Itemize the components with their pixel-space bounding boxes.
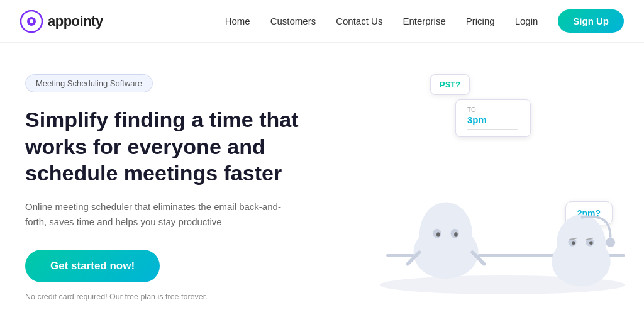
hero-illustration: PST? TO 3pm 2pm? [367,55,631,301]
bubble-3pm: TO 3pm [455,99,531,137]
svg-point-16 [589,241,593,245]
hero-subtext: Online meeting scheduler that eliminates… [25,199,289,230]
nav-home[interactable]: Home [225,16,250,26]
svg-point-12 [557,214,606,273]
nav-pricing[interactable]: Pricing [466,16,495,26]
signup-button[interactable]: Sign Up [558,9,624,33]
bubble-to-label: TO [467,106,519,113]
ghost-right-figure [543,200,619,288]
bubble-3pm-line [467,129,518,130]
svg-point-8 [454,232,458,237]
svg-point-2 [30,19,33,23]
nav-customers[interactable]: Customers [270,16,316,26]
hero-badge: Meeting Scheduling Software [25,74,153,92]
header: appointy Home Customers Contact Us Enter… [0,0,644,43]
logo-text: appointy [48,13,103,30]
cta-button[interactable]: Get started now! [25,250,160,282]
nav-enterprise[interactable]: Enterprise [402,16,445,26]
no-cc-text: No credit card required! Our free plan i… [25,292,352,301]
svg-point-15 [572,241,575,245]
nav-login[interactable]: Login [515,16,538,26]
svg-point-4 [419,202,472,267]
main-nav: Home Customers Contact Us Enterprise Pri… [225,9,624,33]
bubble-pst: PST? [430,74,470,95]
svg-point-7 [436,232,440,237]
svg-point-19 [606,238,615,247]
logo-icon [20,10,43,33]
ghost-left-figure [405,187,487,282]
hero-left: Meeting Scheduling Software Simplify fin… [25,68,352,301]
hero-section: Meeting Scheduling Software Simplify fin… [0,43,644,322]
nav-contact[interactable]: Contact Us [336,16,382,26]
hero-headline: Simplify finding a time that works for e… [25,106,327,187]
logo: appointy [20,10,103,33]
